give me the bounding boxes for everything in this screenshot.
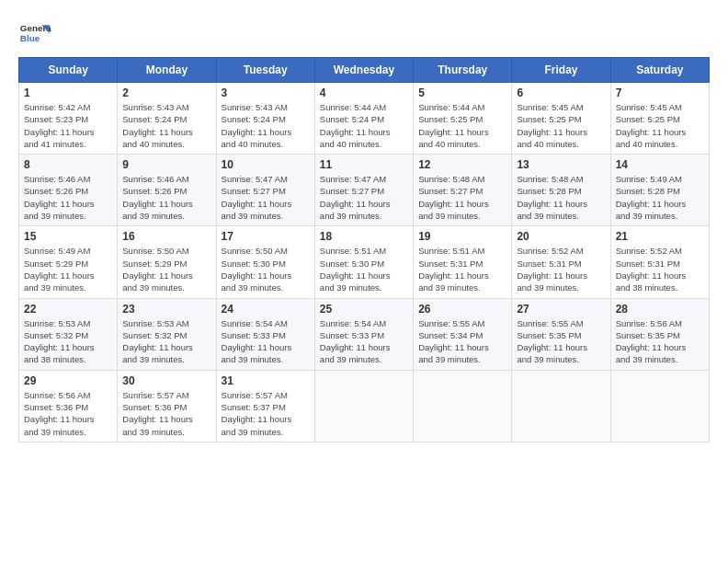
day-info: Sunrise: 5:49 AM Sunset: 5:29 PM Dayligh… [24,245,112,293]
calendar-week-row: 1 Sunrise: 5:42 AM Sunset: 5:23 PM Dayli… [19,83,710,155]
logo: General Blue [18,18,51,52]
table-row: 11 Sunrise: 5:47 AM Sunset: 5:27 PM Dayl… [314,155,413,226]
table-row: 16 Sunrise: 5:50 AM Sunset: 5:29 PM Dayl… [118,226,216,298]
table-row: 1 Sunrise: 5:42 AM Sunset: 5:23 PM Dayli… [19,83,118,155]
table-row: 25 Sunrise: 5:54 AM Sunset: 5:33 PM Dayl… [314,298,413,370]
day-number: 18 [320,230,408,243]
logo-icon: General Blue [18,18,51,52]
day-number: 27 [517,303,605,316]
day-info: Sunrise: 5:46 AM Sunset: 5:26 PM Dayligh… [24,173,112,222]
col-friday: Friday [512,58,610,83]
day-number: 28 [616,303,704,316]
calendar-week-row: 15 Sunrise: 5:49 AM Sunset: 5:29 PM Dayl… [19,226,710,298]
day-number: 14 [616,158,704,171]
table-row: 8 Sunrise: 5:46 AM Sunset: 5:26 PM Dayli… [19,155,118,226]
day-info: Sunrise: 5:43 AM Sunset: 5:24 PM Dayligh… [122,101,210,150]
calendar-table: Sunday Monday Tuesday Wednesday Thursday… [18,57,710,442]
table-row: 28 Sunrise: 5:56 AM Sunset: 5:35 PM Dayl… [610,298,709,370]
day-number: 8 [24,158,112,171]
table-row: 6 Sunrise: 5:45 AM Sunset: 5:25 PM Dayli… [512,83,610,155]
day-number: 16 [122,230,210,243]
day-info: Sunrise: 5:42 AM Sunset: 5:23 PM Dayligh… [24,101,112,150]
day-number: 26 [418,303,506,316]
table-row: 15 Sunrise: 5:49 AM Sunset: 5:29 PM Dayl… [19,226,118,298]
day-number: 24 [222,303,310,316]
day-number: 12 [418,158,506,171]
day-info: Sunrise: 5:48 AM Sunset: 5:28 PM Dayligh… [517,173,605,222]
col-saturday: Saturday [610,58,709,83]
table-row [314,370,413,442]
day-info: Sunrise: 5:55 AM Sunset: 5:34 PM Dayligh… [418,317,506,366]
day-info: Sunrise: 5:54 AM Sunset: 5:33 PM Dayligh… [320,317,408,366]
table-row: 13 Sunrise: 5:48 AM Sunset: 5:28 PM Dayl… [512,155,610,226]
day-info: Sunrise: 5:54 AM Sunset: 5:33 PM Dayligh… [222,317,310,366]
table-row: 22 Sunrise: 5:53 AM Sunset: 5:32 PM Dayl… [19,298,118,370]
day-info: Sunrise: 5:56 AM Sunset: 5:35 PM Dayligh… [616,317,704,366]
table-row: 2 Sunrise: 5:43 AM Sunset: 5:24 PM Dayli… [118,83,216,155]
table-row: 12 Sunrise: 5:48 AM Sunset: 5:27 PM Dayl… [414,155,512,226]
day-number: 21 [616,230,704,243]
day-number: 5 [418,86,506,99]
day-number: 11 [320,158,408,171]
day-info: Sunrise: 5:44 AM Sunset: 5:24 PM Dayligh… [320,101,408,150]
table-row: 19 Sunrise: 5:51 AM Sunset: 5:31 PM Dayl… [414,226,512,298]
day-number: 17 [222,230,310,243]
table-row: 24 Sunrise: 5:54 AM Sunset: 5:33 PM Dayl… [216,298,314,370]
calendar-week-row: 22 Sunrise: 5:53 AM Sunset: 5:32 PM Dayl… [19,298,710,370]
table-row: 9 Sunrise: 5:46 AM Sunset: 5:26 PM Dayli… [118,155,216,226]
day-info: Sunrise: 5:52 AM Sunset: 5:31 PM Dayligh… [517,245,605,293]
day-info: Sunrise: 5:45 AM Sunset: 5:25 PM Dayligh… [616,101,704,150]
day-info: Sunrise: 5:45 AM Sunset: 5:25 PM Dayligh… [517,101,605,150]
day-info: Sunrise: 5:55 AM Sunset: 5:35 PM Dayligh… [517,317,605,366]
day-info: Sunrise: 5:51 AM Sunset: 5:30 PM Dayligh… [320,245,408,293]
table-row: 29 Sunrise: 5:56 AM Sunset: 5:36 PM Dayl… [19,370,118,442]
table-row: 21 Sunrise: 5:52 AM Sunset: 5:31 PM Dayl… [610,226,709,298]
day-number: 1 [24,86,112,99]
day-number: 19 [418,230,506,243]
day-info: Sunrise: 5:53 AM Sunset: 5:32 PM Dayligh… [122,317,210,366]
calendar-week-row: 8 Sunrise: 5:46 AM Sunset: 5:26 PM Dayli… [19,155,710,226]
day-info: Sunrise: 5:50 AM Sunset: 5:29 PM Dayligh… [122,245,210,293]
table-row [512,370,610,442]
svg-text:Blue: Blue [20,33,40,43]
calendar-week-row: 29 Sunrise: 5:56 AM Sunset: 5:36 PM Dayl… [19,370,710,442]
day-info: Sunrise: 5:47 AM Sunset: 5:27 PM Dayligh… [222,173,310,222]
table-row: 7 Sunrise: 5:45 AM Sunset: 5:25 PM Dayli… [610,83,709,155]
day-number: 4 [320,86,408,99]
day-info: Sunrise: 5:49 AM Sunset: 5:28 PM Dayligh… [616,173,704,222]
table-row: 30 Sunrise: 5:57 AM Sunset: 5:36 PM Dayl… [118,370,216,442]
day-number: 20 [517,230,605,243]
table-row: 4 Sunrise: 5:44 AM Sunset: 5:24 PM Dayli… [314,83,413,155]
day-number: 2 [122,86,210,99]
day-number: 25 [320,303,408,316]
day-number: 23 [122,303,210,316]
day-info: Sunrise: 5:53 AM Sunset: 5:32 PM Dayligh… [24,317,112,366]
col-thursday: Thursday [414,58,512,83]
table-row: 20 Sunrise: 5:52 AM Sunset: 5:31 PM Dayl… [512,226,610,298]
day-number: 30 [122,374,210,387]
day-info: Sunrise: 5:56 AM Sunset: 5:36 PM Dayligh… [24,389,112,438]
col-tuesday: Tuesday [216,58,314,83]
day-info: Sunrise: 5:51 AM Sunset: 5:31 PM Dayligh… [418,245,506,293]
table-row [414,370,512,442]
day-number: 31 [222,374,310,387]
table-row: 14 Sunrise: 5:49 AM Sunset: 5:28 PM Dayl… [610,155,709,226]
day-number: 6 [517,86,605,99]
table-row [610,370,709,442]
day-info: Sunrise: 5:57 AM Sunset: 5:37 PM Dayligh… [222,389,310,438]
col-sunday: Sunday [19,58,118,83]
day-number: 13 [517,158,605,171]
day-info: Sunrise: 5:44 AM Sunset: 5:25 PM Dayligh… [418,101,506,150]
calendar-header-row: Sunday Monday Tuesday Wednesday Thursday… [19,58,710,83]
table-row: 26 Sunrise: 5:55 AM Sunset: 5:34 PM Dayl… [414,298,512,370]
table-row: 27 Sunrise: 5:55 AM Sunset: 5:35 PM Dayl… [512,298,610,370]
table-row: 5 Sunrise: 5:44 AM Sunset: 5:25 PM Dayli… [414,83,512,155]
table-row: 10 Sunrise: 5:47 AM Sunset: 5:27 PM Dayl… [216,155,314,226]
table-row: 31 Sunrise: 5:57 AM Sunset: 5:37 PM Dayl… [216,370,314,442]
day-info: Sunrise: 5:48 AM Sunset: 5:27 PM Dayligh… [418,173,506,222]
day-number: 29 [24,374,112,387]
day-info: Sunrise: 5:57 AM Sunset: 5:36 PM Dayligh… [122,389,210,438]
day-info: Sunrise: 5:43 AM Sunset: 5:24 PM Dayligh… [222,101,310,150]
table-row: 18 Sunrise: 5:51 AM Sunset: 5:30 PM Dayl… [314,226,413,298]
table-row: 23 Sunrise: 5:53 AM Sunset: 5:32 PM Dayl… [118,298,216,370]
